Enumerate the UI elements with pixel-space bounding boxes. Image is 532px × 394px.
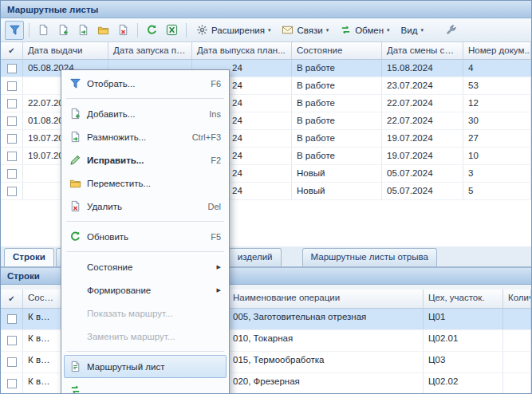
menu-item-label: Формирование: [87, 286, 151, 295]
column-header[interactable]: Количество: [503, 290, 531, 309]
cell: 12: [463, 95, 531, 112]
menu-item-label: Показать маршрут...: [87, 309, 173, 318]
panel-title-text: Маршрутные листы: [7, 5, 98, 14]
toolbar-separator: [137, 23, 138, 37]
menu-duplicate[interactable]: Размножить...Ctrl+F3: [64, 125, 227, 148]
row-checkbox[interactable]: [7, 64, 17, 73]
row-checkbox[interactable]: [7, 379, 17, 388]
row-checkbox[interactable]: [7, 99, 17, 108]
cell: Новый: [292, 165, 382, 182]
menu-move[interactable]: Переместить...: [64, 171, 227, 195]
menu-shortcut: Ins: [198, 109, 221, 119]
funnel-icon: [9, 24, 21, 36]
cell: Ц01: [424, 309, 503, 329]
add-button[interactable]: [53, 21, 73, 40]
row-checkbox[interactable]: [7, 336, 17, 345]
cell: Ц02.01: [424, 330, 503, 351]
menu-shortcut: F2: [199, 156, 221, 165]
menu-add[interactable]: Добавить...Ins: [64, 102, 227, 125]
row-checkbox[interactable]: [7, 314, 17, 324]
column-header[interactable]: ✔: [1, 42, 23, 60]
page-copy-icon: [67, 131, 83, 143]
links-menu-button-label: Связи: [297, 26, 322, 35]
column-header[interactable]: ✔: [1, 290, 23, 309]
row-checkbox[interactable]: [7, 152, 17, 161]
menu-shortcut: Ctrl+F3: [181, 132, 221, 142]
move-button[interactable]: [93, 21, 112, 40]
page-copy-icon: [77, 24, 89, 36]
checkbox-cell: [1, 165, 23, 182]
folder-move-icon: [67, 177, 83, 189]
column-header[interactable]: Состояние: [23, 290, 61, 309]
menu-refresh[interactable]: ОбновитьF5: [64, 225, 227, 248]
column-header[interactable]: Дата выпуска план...: [192, 42, 292, 60]
menu-separator: [66, 251, 224, 252]
cell: 010, Токарная: [228, 330, 424, 351]
refresh-icon: [67, 230, 83, 242]
menu-item-label: Размножить...: [87, 132, 146, 142]
menu-state[interactable]: Состояние▶: [64, 255, 227, 278]
menu-show-route: Показать маршрут...: [64, 301, 227, 325]
menu-filter[interactable]: Отобрать...F6: [64, 72, 227, 95]
cell: 005, Заготовительная отрезная: [228, 309, 424, 329]
extensions-menu-button[interactable]: Расширения▾: [191, 21, 276, 40]
filter-button[interactable]: [5, 21, 24, 40]
dropdown-arrow-icon: ▾: [387, 27, 390, 33]
tab-otryva[interactable]: Маршрутные листы отрыва: [302, 248, 437, 266]
column-header[interactable]: Дата выдачи: [23, 42, 108, 60]
cell: Ц03: [424, 352, 503, 372]
menu-item-label: Исправить...: [87, 156, 144, 165]
toolbar-separator: [186, 23, 187, 37]
view-menu-button[interactable]: Вид▾: [396, 21, 429, 40]
column-header[interactable]: Дата запуска пл...: [108, 42, 192, 60]
menu-delete[interactable]: УдалитьDel: [64, 195, 227, 218]
menu-route-sheet[interactable]: Маршрутный лист: [64, 355, 227, 378]
row-checkbox[interactable]: [7, 169, 17, 179]
menu-item-label: Состояние: [87, 262, 132, 272]
cell: 22.07.2024: [382, 112, 463, 129]
menu-edit[interactable]: Исправить...F2: [64, 148, 227, 171]
cell: [503, 309, 531, 329]
checkbox-cell: [1, 130, 23, 147]
menu-formation[interactable]: Формирование▶: [64, 278, 227, 301]
exchange-icon: [340, 24, 352, 36]
customize-button[interactable]: [442, 21, 461, 40]
refresh-button[interactable]: [142, 21, 161, 40]
tab-izdeliy[interactable]: изделий: [229, 248, 282, 266]
exchange-menu-button[interactable]: Обмен▾: [334, 21, 395, 40]
row-checkbox[interactable]: [7, 81, 17, 91]
checkbox-cell: [1, 148, 23, 164]
export-excel-button[interactable]: [162, 21, 181, 40]
tab-stroki[interactable]: Строки: [4, 248, 54, 266]
cell: В работе: [292, 130, 382, 147]
row-checkbox[interactable]: [7, 116, 17, 126]
wrench-icon: [445, 24, 457, 36]
delete-button[interactable]: [113, 21, 132, 40]
row-checkbox[interactable]: [7, 357, 17, 367]
pencil-icon: [67, 154, 83, 166]
folder-move-icon: [97, 24, 109, 36]
column-header[interactable]: Наименование операции: [228, 290, 424, 309]
column-header[interactable]: Дата смены сос...: [382, 42, 463, 60]
funnel-icon: [67, 77, 83, 89]
cell: 4: [463, 60, 531, 77]
dropdown-arrow-icon: ▾: [420, 27, 424, 33]
dropdown-arrow-icon: ▾: [326, 27, 329, 33]
checkbox-cell: [1, 352, 23, 372]
menu-partial-item[interactable]: [64, 378, 227, 394]
column-header[interactable]: Номер докум...: [463, 42, 531, 60]
row-checkbox[interactable]: [7, 187, 17, 196]
links-menu-button[interactable]: Связи▾: [276, 21, 334, 40]
cell: В работе: [292, 60, 382, 77]
new-button[interactable]: [33, 21, 53, 40]
column-header[interactable]: Цех, участок.: [424, 290, 503, 309]
column-header[interactable]: Состояние: [292, 42, 382, 60]
menu-item-label: Обновить: [87, 232, 128, 242]
exchange-menu-button-label: Обмен: [355, 26, 384, 35]
menu-separator: [66, 221, 224, 222]
envelope-icon: [282, 24, 294, 36]
checkbox-cell: [1, 77, 23, 94]
duplicate-button[interactable]: [73, 21, 93, 40]
row-checkbox[interactable]: [7, 134, 17, 144]
page-new-icon: [37, 24, 49, 36]
